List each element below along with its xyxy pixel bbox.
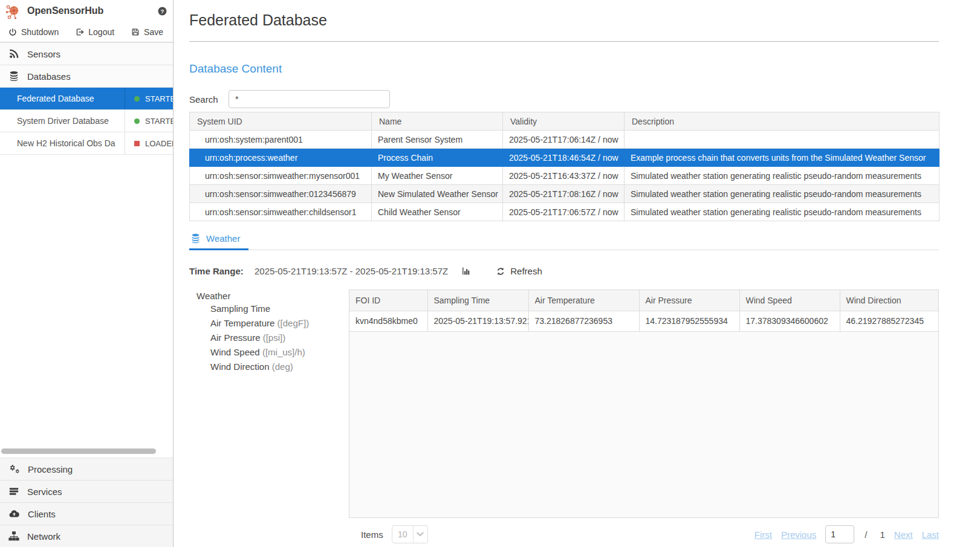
cell-validity: 2025-05-21T16:43:37Z / now bbox=[503, 167, 625, 185]
table-row[interactable]: urn:osh:system:parent001 Parent Sensor S… bbox=[190, 131, 939, 149]
first-page-link[interactable]: First bbox=[754, 529, 772, 540]
tree-item-label: Air Pressure bbox=[210, 332, 261, 343]
tree-item-wind-direction[interactable]: Wind Direction (deg) bbox=[210, 360, 349, 374]
sitemap-icon bbox=[8, 531, 19, 542]
tree-item-weather[interactable]: Weather bbox=[196, 291, 349, 302]
save-icon bbox=[131, 28, 140, 36]
save-button[interactable]: Save bbox=[129, 26, 166, 38]
bar-chart-icon[interactable] bbox=[461, 266, 472, 276]
observations-table: FOI ID Sampling Time Air Temperature Air… bbox=[349, 290, 939, 332]
status-label: STARTED bbox=[145, 117, 173, 126]
search-label: Search bbox=[189, 94, 229, 105]
col-name: Name bbox=[372, 112, 503, 131]
tree-item-air-pressure[interactable]: Air Pressure ([psi]) bbox=[210, 331, 349, 345]
save-label: Save bbox=[144, 27, 163, 37]
server-icon bbox=[8, 486, 19, 497]
sidebar-db-new-h2-historical-obs[interactable]: New H2 Historical Obs Da LOADED bbox=[0, 132, 173, 154]
sidebar-item-sensors[interactable]: Sensors bbox=[0, 42, 173, 65]
cell-description: Example process chain that converts unit… bbox=[625, 149, 939, 167]
sidebar-item-label: Sensors bbox=[27, 49, 60, 59]
sidebar-db-system-driver-database[interactable]: System Driver Database STARTED bbox=[0, 109, 173, 132]
tree-item-wind-speed[interactable]: Wind Speed ([mi_us]/h) bbox=[210, 345, 349, 360]
page-number-input[interactable] bbox=[825, 525, 854, 543]
observation-row[interactable]: kvn4nd58kbme0 2025-05-21T19:13:57.921Z 7… bbox=[349, 311, 939, 331]
time-range-row: Time Range: 2025-05-21T19:13:57Z - 2025-… bbox=[189, 266, 939, 276]
cell-description: Simulated weather station generating rea… bbox=[625, 203, 939, 221]
tab-weather[interactable]: Weather bbox=[189, 233, 248, 250]
sidebar-db-federated-database[interactable]: Federated Database STARTED bbox=[0, 87, 173, 109]
logout-button[interactable]: Logout bbox=[73, 26, 117, 38]
sidebar-item-label: Databases bbox=[27, 71, 71, 82]
cell-air-temperature: 73.21826877236953 bbox=[528, 311, 639, 331]
status-started-dot bbox=[134, 96, 140, 102]
cell-system-uid: urn:osh:sensor:simweather:childsensor1 bbox=[190, 203, 372, 221]
sidebar-item-label: Services bbox=[27, 487, 62, 497]
sidebar-item-label: Processing bbox=[28, 464, 73, 474]
sidebar-item-clients[interactable]: Clients bbox=[0, 502, 173, 525]
sidebar-item-services[interactable]: Services bbox=[0, 480, 173, 502]
col-validity: Validity bbox=[503, 112, 625, 131]
logout-label: Logout bbox=[88, 27, 114, 37]
search-input[interactable] bbox=[229, 90, 390, 108]
cell-name: New Simulated Weather Sensor bbox=[372, 185, 503, 203]
sidebar-item-label: Clients bbox=[28, 509, 56, 519]
database-icon bbox=[8, 71, 19, 82]
sidebar: OpenSensorHub ? Shutdown bbox=[0, 0, 174, 547]
sidebar-horizontal-scrollbar[interactable] bbox=[1, 448, 156, 454]
output-tree: Weather Sampling Time Air Temperature ([… bbox=[189, 290, 349, 374]
sidebar-item-label: Network bbox=[27, 531, 60, 542]
cell-validity: 2025-05-21T17:06:57Z / now bbox=[503, 203, 625, 221]
weather-content: Weather Sampling Time Air Temperature ([… bbox=[189, 290, 939, 518]
table-row[interactable]: urn:osh:sensor:simweather:0123456879 New… bbox=[190, 185, 939, 203]
previous-page-link[interactable]: Previous bbox=[781, 529, 816, 540]
col-system-uid: System UID bbox=[190, 112, 372, 131]
col-description: Description bbox=[625, 112, 939, 131]
sidebar-spacer bbox=[0, 154, 173, 448]
chevron-down-icon bbox=[413, 526, 427, 543]
cell-description: Simulated weather station generating rea… bbox=[625, 185, 939, 203]
section-title: Database Content bbox=[189, 62, 939, 76]
title-divider bbox=[189, 41, 939, 42]
page-size-select[interactable]: 10 bbox=[392, 525, 428, 543]
tree-item-sampling-time[interactable]: Sampling Time bbox=[210, 302, 349, 316]
tree-item-label: Wind Direction bbox=[210, 361, 270, 372]
power-icon bbox=[8, 28, 17, 36]
sidebar-item-network[interactable]: Network bbox=[0, 525, 173, 547]
systems-table-header: System UID Name Validity Description bbox=[190, 112, 939, 131]
cell-validity: 2025-05-21T17:08:16Z / now bbox=[503, 185, 625, 203]
table-row[interactable]: urn:osh:sensor:simweather:mysensor001 My… bbox=[190, 167, 939, 185]
sidebar-item-databases[interactable]: Databases bbox=[0, 65, 173, 87]
next-page-link[interactable]: Next bbox=[894, 529, 913, 540]
systems-table: System UID Name Validity Description urn… bbox=[189, 112, 939, 221]
last-page-link[interactable]: Last bbox=[922, 529, 939, 540]
observations-table-header: FOI ID Sampling Time Air Temperature Air… bbox=[349, 290, 939, 311]
tree-item-label: Wind Speed bbox=[210, 347, 260, 357]
logout-icon bbox=[76, 28, 84, 36]
cell-system-uid: urn:osh:sensor:simweather:0123456879 bbox=[190, 185, 372, 203]
tree-item-air-temperature[interactable]: Air Temperature ([degF]) bbox=[210, 316, 349, 331]
shutdown-label: Shutdown bbox=[21, 27, 59, 37]
sidebar-bottom-nav: Processing Services bbox=[0, 458, 173, 547]
tree-item-unit: (deg) bbox=[272, 361, 293, 372]
cell-system-uid: urn:osh:sensor:simweather:mysensor001 bbox=[190, 167, 372, 185]
refresh-button[interactable]: Refresh bbox=[496, 266, 542, 276]
time-range-value: 2025-05-21T19:13:57Z - 2025-05-21T19:13:… bbox=[255, 266, 448, 276]
table-row[interactable]: urn:osh:sensor:simweather:childsensor1 C… bbox=[190, 203, 939, 221]
col-air-pressure: Air Pressure bbox=[639, 290, 739, 311]
shutdown-button[interactable]: Shutdown bbox=[6, 26, 61, 38]
help-icon[interactable]: ? bbox=[158, 7, 167, 16]
items-label: Items bbox=[361, 529, 383, 540]
cell-system-uid: urn:osh:system:parent001 bbox=[190, 131, 372, 149]
status-label: STARTED bbox=[145, 94, 173, 103]
table-row-selected[interactable]: urn:osh:process:weather Process Chain 20… bbox=[190, 149, 939, 167]
tree-item-unit: ([degF]) bbox=[277, 318, 310, 328]
page-separator: / bbox=[865, 529, 869, 540]
sidebar-item-processing[interactable]: Processing bbox=[0, 458, 173, 480]
main-content: Federated Database Database Content Sear… bbox=[174, 0, 980, 547]
cell-system-uid: urn:osh:process:weather bbox=[190, 149, 372, 167]
cell-wind-direction: 46.21927885272345 bbox=[840, 311, 939, 331]
tab-bar: Weather bbox=[189, 233, 939, 250]
total-pages: 1 bbox=[880, 529, 884, 540]
col-foi-id: FOI ID bbox=[349, 290, 427, 311]
cell-air-pressure: 14.723187952555934 bbox=[639, 311, 739, 331]
